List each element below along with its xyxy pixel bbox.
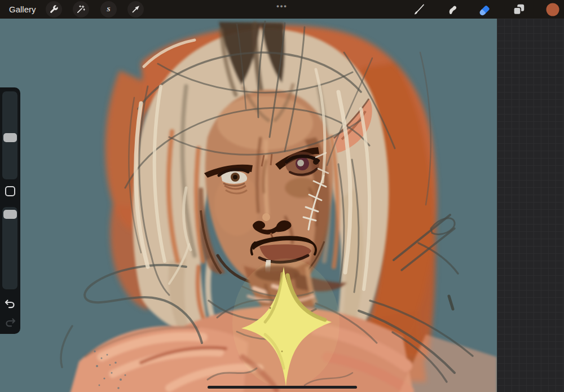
transform-arrow-icon xyxy=(131,5,140,14)
paint-tool-button[interactable] xyxy=(412,2,426,17)
brush-sidebar xyxy=(0,87,20,334)
home-indicator[interactable] xyxy=(208,386,357,389)
brush-size-handle[interactable] xyxy=(3,133,17,142)
layers-icon xyxy=(512,2,526,17)
canvas-area[interactable] xyxy=(0,19,497,392)
color-swatch[interactable] xyxy=(545,2,560,17)
window-options-icon[interactable]: ••• xyxy=(265,0,299,15)
procreate-app: Gallery S xyxy=(0,0,564,392)
gallery-button[interactable]: Gallery xyxy=(9,0,36,19)
svg-text:S: S xyxy=(107,6,110,12)
erase-tool-button[interactable] xyxy=(478,2,492,17)
canvas-artwork[interactable] xyxy=(0,19,497,392)
actions-button[interactable] xyxy=(46,1,62,17)
undo-button[interactable] xyxy=(3,298,17,311)
magic-wand-icon xyxy=(76,5,86,14)
wrench-icon xyxy=(49,5,59,14)
opacity-slider[interactable] xyxy=(2,207,17,289)
eraser-icon xyxy=(478,2,492,17)
opacity-handle[interactable] xyxy=(3,210,17,219)
modify-button[interactable] xyxy=(5,186,15,196)
redo-arrow-icon xyxy=(3,316,17,330)
selection-s-icon: S xyxy=(104,5,113,14)
selection-button[interactable]: S xyxy=(100,1,117,17)
artwork-star xyxy=(232,258,340,388)
smudge-icon xyxy=(446,3,460,16)
smudge-tool-button[interactable] xyxy=(446,2,460,17)
canvas-outside-grid xyxy=(497,19,564,392)
adjustments-button[interactable] xyxy=(73,1,89,17)
redo-button[interactable] xyxy=(3,316,17,330)
transform-button[interactable] xyxy=(127,1,144,17)
layers-button[interactable] xyxy=(512,2,526,17)
undo-arrow-icon xyxy=(3,298,17,311)
brush-icon xyxy=(412,3,426,16)
top-toolbar: Gallery S xyxy=(0,0,564,19)
